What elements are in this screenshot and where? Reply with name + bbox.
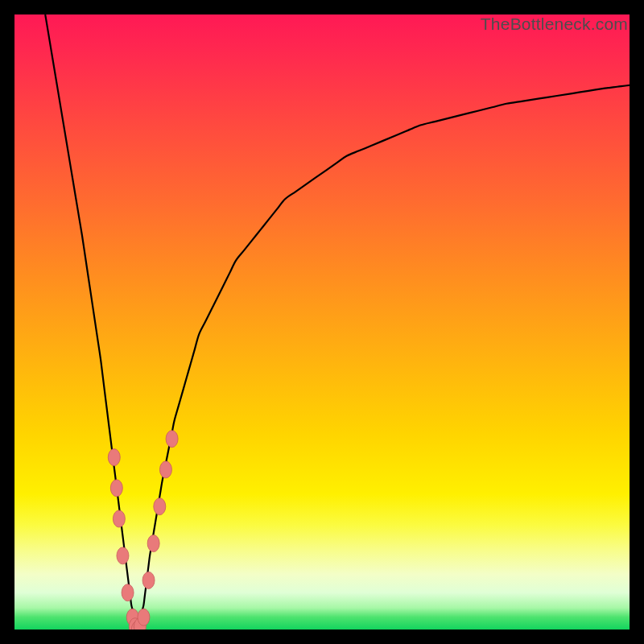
data-marker <box>147 535 159 552</box>
curve-markers <box>108 431 178 630</box>
data-marker <box>159 461 171 478</box>
watermark-text: TheBottleneck.com <box>481 14 628 34</box>
data-marker <box>122 584 134 601</box>
bottleneck-curve <box>45 14 630 630</box>
plot-area <box>14 14 630 630</box>
data-marker <box>166 431 178 448</box>
data-marker <box>138 609 150 625</box>
data-marker <box>108 449 120 466</box>
outer-frame: TheBottleneck.com <box>0 0 644 644</box>
data-marker <box>142 572 155 588</box>
data-marker <box>110 480 122 497</box>
data-marker <box>154 498 166 515</box>
data-marker <box>117 547 129 564</box>
data-marker <box>113 510 125 527</box>
chart-svg <box>14 14 630 630</box>
